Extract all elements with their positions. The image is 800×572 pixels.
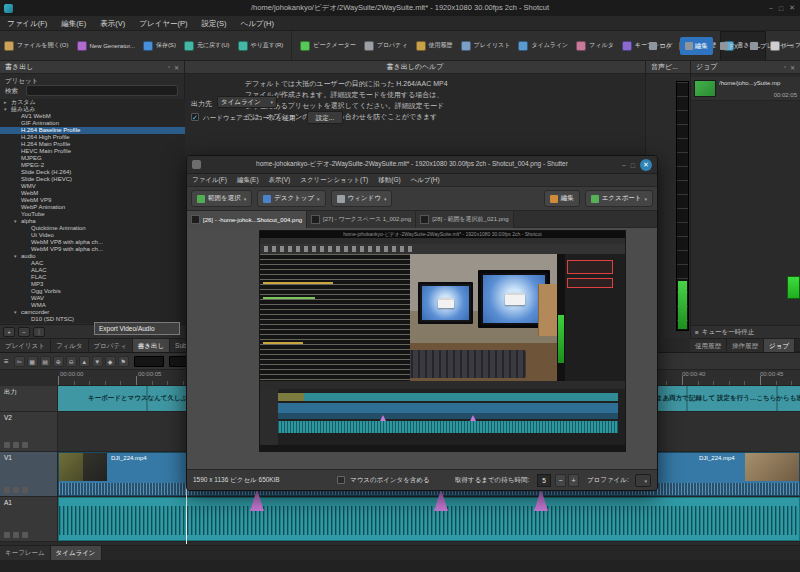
preset-item[interactable]: Quicktime Animation: [0, 225, 185, 232]
tree-arrow-icon[interactable]: ▸: [4, 99, 11, 106]
layout-button[interactable]: 編集: [680, 37, 713, 55]
menu-item[interactable]: 編集(E): [54, 16, 93, 31]
dock-tab[interactable]: プレイリスト: [0, 339, 51, 353]
timeline-marker-icon[interactable]: ◆: [105, 356, 116, 367]
float-panel-icon[interactable]: ▫: [168, 64, 170, 71]
timeline-overwrite-icon[interactable]: ▼: [92, 356, 103, 367]
preset-item[interactable]: HEVC Main Profile: [0, 148, 185, 155]
preset-item[interactable]: WebM VP9 with alpha ch...: [0, 246, 185, 253]
dock-tab[interactable]: 操作履歴: [727, 339, 764, 353]
timeline-menu-icon[interactable]: ≡: [4, 357, 9, 366]
menu-item[interactable]: 編集(E): [232, 176, 264, 185]
timeline-ripple-delete-icon[interactable]: ⊖: [66, 356, 77, 367]
menu-item[interactable]: ヘルプ(H): [233, 16, 280, 31]
preset-item[interactable]: ▾ camcorder: [0, 309, 185, 316]
preset-item[interactable]: ▸ カスタム: [0, 99, 185, 106]
toolbar-button[interactable]: ピークメーター: [296, 31, 360, 61]
preset-item[interactable]: ALAC: [0, 267, 185, 274]
timeline-snap-icon[interactable]: ⚑: [118, 356, 129, 367]
dock-tab[interactable]: 使用履歴: [690, 339, 727, 353]
preset-item[interactable]: MPEG-2: [0, 162, 185, 169]
preset-item[interactable]: ▾ 組み込み: [0, 106, 185, 113]
track-header-master[interactable]: 出力: [0, 386, 58, 412]
preset-item[interactable]: ▾ audio: [0, 253, 185, 260]
preset-item[interactable]: WMA: [0, 302, 185, 309]
tree-arrow-icon[interactable]: ▾: [14, 309, 21, 316]
close-panel-icon[interactable]: ✕: [174, 64, 179, 71]
toolbar-button[interactable]: 元に戻す(U): [180, 31, 234, 61]
layout-button[interactable]: FX: [715, 37, 743, 55]
output-target-dropdown[interactable]: タイムライン ▾: [217, 96, 277, 108]
hide-icon[interactable]: [22, 532, 28, 538]
toolbar-button[interactable]: フィルタ: [572, 31, 618, 61]
select-area-button[interactable]: 範囲を選択 ▾: [191, 190, 252, 207]
pause-queue-row[interactable]: ≡ キューを一時停止: [691, 325, 800, 338]
timeline-copy-icon[interactable]: ▦: [27, 356, 38, 367]
hide-icon[interactable]: [22, 487, 28, 493]
toolbar-button[interactable]: ファイルを開く(O): [0, 31, 73, 61]
toolbar-button[interactable]: プレイリスト: [457, 31, 515, 61]
preset-item[interactable]: WebM VP9: [0, 197, 185, 204]
preset-item[interactable]: Slide Deck (H.264): [0, 169, 185, 176]
screenshot-tab[interactable]: [26] - -home-johok...Shotcut_004.png: [187, 211, 307, 228]
toolbar-button[interactable]: タイムライン: [514, 31, 572, 61]
menu-item[interactable]: ファイル(F): [187, 176, 232, 185]
preset-item[interactable]: WebM: [0, 190, 185, 197]
lock-icon[interactable]: [4, 487, 10, 493]
screenshot-tab[interactable]: [28] - 範囲を選択前_021.png: [416, 211, 514, 228]
menu-item[interactable]: 設定(S): [194, 16, 233, 31]
close-icon[interactable]: ✕: [640, 159, 652, 171]
timeline-marker[interactable]: [250, 489, 264, 511]
tree-arrow-icon[interactable]: ▾: [14, 218, 21, 225]
preset-item[interactable]: MP3: [0, 281, 185, 288]
subtitle-clip-text[interactable]: まあ両方で記録して 設定を行う…こちらからも送れる…: [656, 394, 800, 403]
mute-icon[interactable]: [13, 532, 19, 538]
timeline-marker[interactable]: [434, 489, 448, 511]
layout-button[interactable]: ログ: [644, 37, 677, 55]
close-panel-icon[interactable]: ✕: [790, 64, 795, 71]
mute-icon[interactable]: [13, 487, 19, 493]
menu-item[interactable]: 表示(V): [264, 176, 296, 185]
dock-tab[interactable]: ジョブ: [764, 339, 795, 353]
preset-item[interactable]: WAV: [0, 295, 185, 302]
preset-item[interactable]: WMV: [0, 183, 185, 190]
export-button[interactable]: エクスポート ▾: [585, 190, 653, 207]
desktop-capture-button[interactable]: デスクトップ ▾: [257, 190, 325, 207]
preset-item[interactable]: H.264 Baseline Profile: [0, 127, 185, 134]
dock-tab[interactable]: フィルタ: [51, 339, 89, 353]
menu-item[interactable]: 移動(G): [373, 176, 405, 185]
window-capture-button[interactable]: ウィンドウ ▾: [331, 190, 393, 207]
track-header-v1[interactable]: V1: [0, 452, 58, 497]
profile-dropdown[interactable]: ▾: [635, 474, 651, 487]
track-header-v2[interactable]: V2: [0, 412, 58, 452]
edit-button[interactable]: 編集: [544, 190, 580, 207]
toolbar-button[interactable]: やり直す(R): [234, 31, 293, 61]
preset-item[interactable]: FLAC: [0, 274, 185, 281]
hardware-encoder-checkbox[interactable]: ✓: [191, 113, 199, 121]
screenshot-tab[interactable]: [27] - ワークスペース 1_002.png: [307, 211, 416, 228]
menu-item[interactable]: プレイヤー(P): [132, 16, 194, 31]
preset-item[interactable]: WebP Animation: [0, 204, 185, 211]
preset-item[interactable]: YouTube: [0, 211, 185, 218]
preset-item[interactable]: H.264 Main Profile: [0, 141, 185, 148]
add-preset-button[interactable]: +: [3, 327, 15, 337]
timeline-marker[interactable]: [534, 489, 548, 511]
timeline-lift-icon[interactable]: ▲: [79, 356, 90, 367]
preset-menu-button[interactable]: ⋮: [33, 327, 45, 337]
video-clip[interactable]: DJI_224.mp4: [656, 452, 800, 496]
preset-item[interactable]: Ut Video: [0, 232, 185, 239]
preset-item[interactable]: AV1 WebM: [0, 113, 185, 120]
include-pointer-checkbox[interactable]: [337, 476, 345, 484]
minimize-icon[interactable]: −: [769, 5, 773, 12]
float-panel-icon[interactable]: ▫: [784, 64, 786, 71]
mute-icon[interactable]: [13, 442, 19, 448]
preset-item[interactable]: WebM VP8 with alpha ch...: [0, 239, 185, 246]
toolbar-button[interactable]: 保存(S): [139, 31, 180, 61]
maximize-icon[interactable]: □: [631, 162, 635, 169]
preset-item[interactable]: H.264 High Profile: [0, 134, 185, 141]
maximize-icon[interactable]: □: [779, 5, 783, 12]
capture-delay-value[interactable]: 5: [537, 474, 551, 487]
toolbar-button[interactable]: New Generator...: [73, 31, 139, 61]
lock-icon[interactable]: [4, 442, 10, 448]
timeline-paste-icon[interactable]: ▤: [40, 356, 51, 367]
